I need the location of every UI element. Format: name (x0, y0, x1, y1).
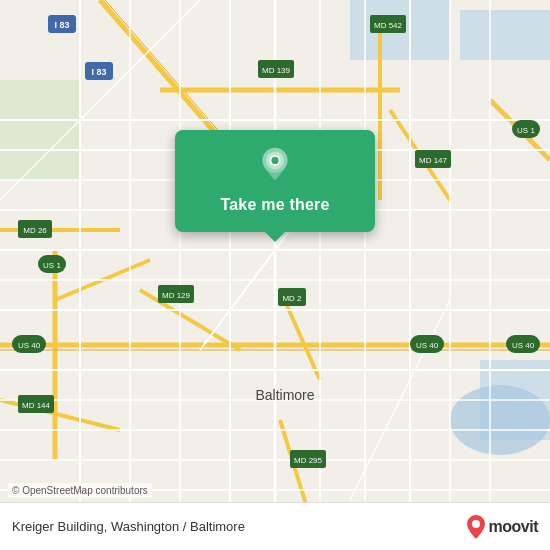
moovit-logo: moovit (467, 515, 538, 539)
svg-text:US 40: US 40 (18, 341, 41, 350)
svg-text:I 83: I 83 (91, 67, 106, 77)
take-me-there-button[interactable]: Take me there (212, 192, 337, 218)
popup-card: Take me there (175, 130, 375, 232)
location-pin-icon (257, 146, 293, 182)
map-container: I 83 MD 542 MD 139 MD 26 US 1 MD 147 US … (0, 0, 550, 550)
svg-text:US 1: US 1 (43, 261, 61, 270)
moovit-pin-icon (467, 515, 485, 539)
svg-point-80 (271, 157, 278, 164)
map-background: I 83 MD 542 MD 139 MD 26 US 1 MD 147 US … (0, 0, 550, 550)
svg-text:Baltimore: Baltimore (255, 387, 314, 403)
svg-text:MD 139: MD 139 (262, 66, 291, 75)
svg-rect-3 (0, 80, 80, 180)
svg-text:MD 26: MD 26 (23, 226, 47, 235)
svg-point-5 (450, 385, 550, 455)
svg-text:MD 129: MD 129 (162, 291, 191, 300)
svg-rect-2 (460, 10, 550, 60)
info-bar: Kreiger Building, Washington / Baltimore… (0, 502, 550, 550)
svg-text:MD 2: MD 2 (282, 294, 302, 303)
svg-text:US 1: US 1 (517, 126, 535, 135)
moovit-wordmark: moovit (489, 518, 538, 536)
copyright-text: © OpenStreetMap contributors (8, 483, 152, 498)
svg-text:MD 295: MD 295 (294, 456, 323, 465)
svg-text:US 40: US 40 (416, 341, 439, 350)
svg-text:MD 542: MD 542 (374, 21, 403, 30)
svg-text:MD 147: MD 147 (419, 156, 448, 165)
location-label: Kreiger Building, Washington / Baltimore (12, 519, 245, 534)
svg-text:US 40: US 40 (512, 341, 535, 350)
svg-point-81 (472, 520, 480, 528)
svg-text:MD 144: MD 144 (22, 401, 51, 410)
svg-text:I 83: I 83 (54, 20, 69, 30)
